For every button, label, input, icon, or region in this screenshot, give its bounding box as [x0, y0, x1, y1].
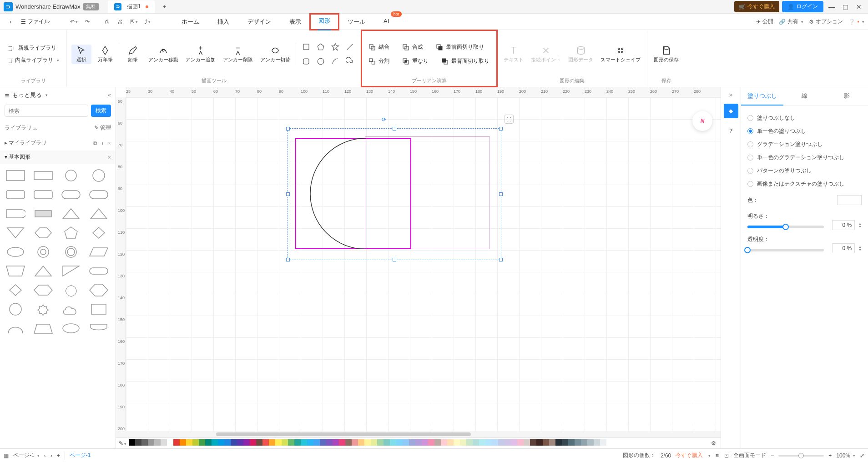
palette-swatch[interactable] — [549, 439, 555, 446]
palette-swatch[interactable] — [498, 439, 505, 446]
tab-ai[interactable]: AI hot — [374, 14, 398, 30]
palette-swatch[interactable] — [396, 439, 403, 446]
document-tab[interactable]: ⊃ 描画1 — [108, 0, 155, 13]
palette-swatch[interactable] — [243, 439, 250, 446]
palette-swatch[interactable] — [492, 439, 498, 446]
fill-pattern-radio[interactable]: パターンの塗りつぶし — [747, 164, 862, 177]
library-shape[interactable] — [88, 302, 110, 316]
shape-line[interactable] — [343, 40, 356, 53]
palette-swatch[interactable] — [485, 439, 492, 446]
page-tab[interactable]: ページ-1 — [70, 452, 91, 459]
close-lib-icon[interactable]: × — [108, 140, 111, 146]
palette-swatch[interactable] — [218, 439, 224, 446]
library-shape[interactable] — [60, 226, 82, 240]
basic-shapes-category[interactable]: ▾ 基本図形 × — [0, 151, 116, 164]
library-label[interactable]: ライブラリ ︽ — [5, 124, 37, 132]
palette-swatch[interactable] — [473, 439, 479, 446]
palette-swatch[interactable] — [237, 439, 243, 446]
library-shape[interactable] — [32, 264, 54, 278]
pencil-tool[interactable]: 鉛筆 — [123, 45, 143, 64]
rotate-handle-icon[interactable]: ⟳ — [382, 116, 386, 123]
palette-swatch[interactable] — [288, 439, 294, 446]
palette-swatch[interactable] — [199, 439, 205, 446]
library-shape[interactable] — [60, 187, 82, 202]
library-shape[interactable] — [5, 245, 26, 259]
palette-swatch[interactable] — [212, 439, 218, 446]
next-page-button[interactable]: › — [50, 452, 52, 459]
shape-spiral[interactable] — [343, 55, 356, 68]
library-shape[interactable] — [60, 283, 82, 297]
palette-swatch[interactable] — [454, 439, 460, 446]
library-shape[interactable] — [60, 264, 82, 278]
buy-now-link[interactable]: 今すぐ購入 — [676, 452, 703, 459]
library-shape[interactable] — [60, 302, 82, 316]
palette-swatch[interactable] — [466, 439, 473, 446]
tab-home[interactable]: ホーム — [172, 14, 208, 30]
palette-swatch[interactable] — [555, 439, 562, 446]
palette-swatch[interactable] — [517, 439, 524, 446]
palette-swatch[interactable] — [530, 439, 536, 446]
back-button[interactable]: ‹ — [4, 15, 17, 29]
prev-page-button[interactable]: ‹ — [44, 452, 46, 459]
palette-swatch[interactable] — [129, 439, 135, 446]
palette-swatch[interactable] — [594, 439, 600, 446]
palette-swatch[interactable] — [460, 439, 466, 446]
palette-swatch[interactable] — [505, 439, 511, 446]
library-shape[interactable] — [60, 321, 82, 336]
library-shape[interactable] — [88, 168, 110, 183]
library-shape[interactable] — [5, 321, 26, 336]
share-icon-button[interactable]: ⤴▾ — [141, 15, 154, 29]
palette-swatch[interactable] — [256, 439, 262, 446]
rp-tab-line[interactable]: 線 — [783, 87, 826, 105]
layers-icon[interactable]: ≋ — [715, 452, 720, 459]
tab-design[interactable]: デザイン — [238, 14, 280, 30]
brightness-down[interactable]: ▼ — [858, 225, 862, 228]
palette-swatch[interactable] — [352, 439, 358, 446]
palette-swatch[interactable] — [205, 439, 212, 446]
library-shape[interactable] — [88, 245, 110, 259]
brightness-slider[interactable] — [747, 226, 824, 228]
library-shape[interactable] — [60, 245, 82, 259]
library-shape[interactable] — [32, 187, 54, 202]
palette-settings-icon[interactable]: ⚙ — [709, 439, 718, 448]
library-shape[interactable] — [5, 283, 26, 297]
pages-icon[interactable]: ▥ — [4, 452, 9, 459]
minimize-button[interactable]: — — [826, 1, 837, 12]
my-library-item[interactable]: ▸ マイライブラリ — [5, 139, 47, 147]
palette-swatch[interactable] — [390, 439, 396, 446]
anchor-add-tool[interactable]: アンカー追加 — [184, 45, 217, 64]
library-shape[interactable] — [88, 187, 110, 202]
fill-solid-radio[interactable]: 単一色の塗りつぶし — [747, 125, 862, 138]
shape-star[interactable] — [329, 40, 342, 53]
fill-image-radio[interactable]: 画像またはテクスチャの塗りつぶし — [747, 177, 862, 191]
select-tool[interactable]: 選択 — [71, 45, 91, 64]
opacity-slider[interactable] — [747, 249, 824, 251]
collapse-right-panel[interactable]: » — [729, 91, 733, 98]
brightness-value[interactable]: 0 % — [832, 220, 855, 230]
expand-icon[interactable]: ⤢ — [860, 452, 864, 459]
palette-swatch[interactable] — [339, 439, 345, 446]
palette-swatch[interactable] — [371, 439, 377, 446]
palette-swatch[interactable] — [441, 439, 447, 446]
opacity-value[interactable]: 0 % — [832, 243, 855, 253]
publish-button[interactable]: ✈公開 — [756, 18, 773, 25]
canvas-shape-arc[interactable] — [295, 138, 406, 249]
palette-swatch[interactable] — [135, 439, 141, 446]
palette-swatch[interactable] — [409, 439, 415, 446]
palette-swatch[interactable] — [536, 439, 543, 446]
export-button[interactable]: ⇱▾ — [127, 15, 141, 29]
library-shape[interactable] — [5, 187, 26, 202]
palette-swatch[interactable] — [384, 439, 390, 446]
palette-swatch[interactable] — [180, 439, 186, 446]
collapse-left-panel[interactable]: « — [108, 92, 111, 98]
palette-swatch[interactable] — [250, 439, 256, 446]
shape-rounded[interactable] — [300, 55, 313, 68]
zoom-slider[interactable] — [778, 455, 824, 457]
boolean-combine[interactable]: 合成 — [399, 42, 426, 52]
ai-assistant-button[interactable]: N — [692, 111, 712, 131]
palette-swatch[interactable] — [434, 439, 441, 446]
library-shape[interactable] — [60, 206, 82, 221]
undo-button[interactable]: ↶▾ — [67, 15, 81, 29]
palette-swatch[interactable] — [161, 439, 167, 446]
boolean-front-clip[interactable]: 最前面切り取り — [433, 42, 487, 52]
